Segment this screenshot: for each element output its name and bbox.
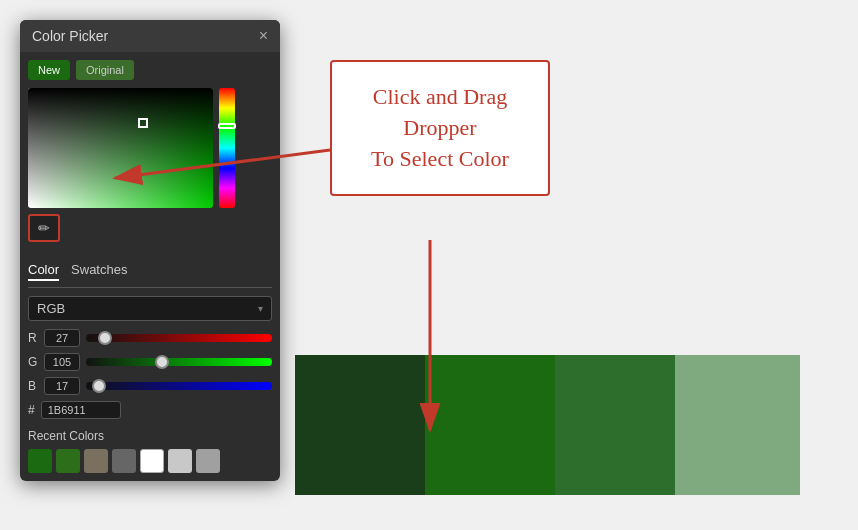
hex-input[interactable] [41,401,121,419]
bottom-swatches [295,355,800,495]
hex-row: # [28,401,272,419]
color-previews: New Original [28,60,272,80]
bottom-swatch-0[interactable] [295,355,425,495]
swatch-0[interactable] [28,449,52,473]
panel-title: Color Picker [32,28,108,44]
hex-label: # [28,403,35,417]
r-label: R [28,331,38,345]
panel-body: New Original ✏ [20,52,280,481]
mode-label: RGB [37,301,65,316]
hue-cursor[interactable] [218,123,236,129]
swatch-4[interactable] [140,449,164,473]
gradient-cursor[interactable] [138,118,148,128]
annotation-line3: To Select Color [371,146,509,171]
b-slider-track[interactable] [86,382,272,390]
close-button[interactable]: × [259,28,268,44]
b-value-input[interactable] [44,377,80,395]
hue-bar[interactable] [219,88,235,208]
bottom-swatch-2[interactable] [555,355,675,495]
dropper-section: ✏ [28,214,235,242]
tab-swatches[interactable]: Swatches [71,262,127,281]
r-value-input[interactable] [44,329,80,347]
annotation-box: Click and Drag Dropper To Select Color [330,60,550,196]
g-slider-track[interactable] [86,358,272,366]
swatch-1[interactable] [56,449,80,473]
color-tabs: Color Swatches [28,256,272,288]
color-picker-panel: Color Picker × New Original [20,20,280,481]
swatch-2[interactable] [84,449,108,473]
mode-selector[interactable]: RGB ▾ [28,296,272,321]
g-channel-row: G [28,353,272,371]
annotation-text: Click and Drag Dropper To Select Color [348,82,532,174]
swatch-3[interactable] [112,449,136,473]
b-slider-thumb[interactable] [92,379,106,393]
bottom-swatch-1[interactable] [425,355,555,495]
new-color-preview[interactable]: New [28,60,70,80]
r-slider-thumb[interactable] [98,331,112,345]
r-slider-track[interactable] [86,334,272,342]
recent-colors-label: Recent Colors [28,429,272,443]
dropper-icon: ✏ [38,220,50,236]
swatch-6[interactable] [196,449,220,473]
r-channel-row: R [28,329,272,347]
b-label: B [28,379,38,393]
g-label: G [28,355,38,369]
original-color-preview[interactable]: Original [76,60,134,80]
bottom-swatch-3[interactable] [675,355,800,495]
g-value-input[interactable] [44,353,80,371]
swatch-5[interactable] [168,449,192,473]
annotation-line2: Dropper [403,115,476,140]
dropper-button[interactable]: ✏ [28,214,60,242]
color-gradient-canvas[interactable] [28,88,213,208]
panel-header: Color Picker × [20,20,280,52]
annotation-line1: Click and Drag [373,84,507,109]
g-slider-thumb[interactable] [155,355,169,369]
tab-color[interactable]: Color [28,262,59,281]
recent-swatches [28,449,272,473]
dropdown-arrow-icon: ▾ [258,303,263,314]
color-gradient-area: ✏ [28,88,272,248]
b-channel-row: B [28,377,272,395]
